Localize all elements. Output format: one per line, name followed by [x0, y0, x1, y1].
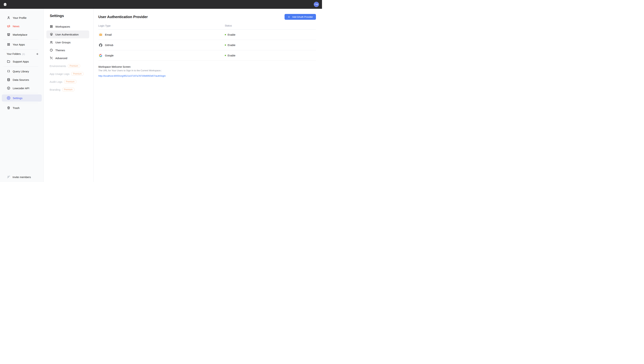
your-folders-header: Your Folders (1) — [2, 51, 42, 57]
github-icon — [99, 44, 102, 47]
workspace-welcome-section: Workspace Welcome Screen The URL for You… — [98, 65, 316, 78]
avatar-initials: FW — [315, 3, 318, 6]
add-oauth-provider-button[interactable]: Add OAuth Provider — [284, 14, 316, 20]
sidebar-divider — [4, 49, 38, 50]
shield-user-icon — [50, 32, 53, 36]
email-icon — [99, 34, 102, 36]
user-icon — [7, 16, 10, 20]
sidebar-item-trash[interactable]: Trash — [2, 104, 42, 112]
provider-name: Email — [105, 33, 112, 36]
auth-provider-row-github[interactable]: GitHub Enable — [98, 40, 316, 50]
provider-name: Google — [105, 54, 114, 57]
auth-provider-row-email[interactable]: Email Enable — [98, 30, 316, 40]
provider-status: Enable — [225, 44, 236, 46]
gear-icon — [7, 96, 10, 100]
braces-icon — [7, 70, 10, 73]
api-cube-icon — [7, 86, 10, 90]
sidebar-item-news[interactable]: News — [2, 22, 42, 30]
sidebar-item-label: Settings — [13, 96, 22, 100]
status-label: Enable — [228, 33, 236, 36]
settings-item-label: Environments — [50, 64, 66, 68]
status-label: Enable — [228, 54, 236, 57]
sidebar-item-support-apps[interactable]: Support Apps — [2, 58, 42, 65]
settings-item-environments[interactable]: Environments Premium — [46, 62, 89, 70]
invite-user-icon — [7, 175, 10, 179]
plus-icon — [36, 52, 39, 56]
sidebar-item-marketplace[interactable]: Marketplace — [2, 31, 42, 38]
user-groups-icon — [50, 40, 53, 44]
settings-menu: Settings Workspaces User Authentication — [44, 9, 94, 182]
sidebar-item-label: Marketplace — [13, 33, 28, 36]
add-folder-button[interactable] — [36, 52, 39, 56]
settings-item-workspaces[interactable]: Workspaces — [46, 22, 89, 30]
home-icon — [3, 2, 7, 6]
megaphone-icon — [7, 24, 10, 28]
invite-members-label: Invite members — [12, 176, 31, 178]
welcome-section-title: Workspace Welcome Screen — [98, 65, 316, 68]
settings-menu-title: Settings — [50, 14, 89, 18]
user-avatar[interactable]: FW — [314, 2, 319, 7]
your-folders-count: (1) — [22, 53, 34, 55]
sidebar-item-label: Your Apps — [13, 43, 25, 46]
settings-item-label: Themes — [55, 49, 65, 52]
sidebar-item-query-library[interactable]: Query Library — [2, 68, 42, 75]
google-icon — [99, 54, 102, 57]
settings-item-audit-logs[interactable]: Audit Logs Premium — [46, 78, 89, 86]
provider-icon-circle — [98, 43, 103, 48]
column-header-status: Status — [225, 24, 232, 27]
settings-item-app-usage-logs[interactable]: App Usage Logs Premium — [46, 70, 89, 78]
premium-badge: Premium — [64, 80, 76, 84]
sidebar-divider — [4, 66, 38, 66]
status-enabled-dot — [225, 44, 226, 46]
provider-name: GitHub — [105, 44, 113, 46]
premium-badge: Premium — [68, 64, 80, 68]
settings-item-advanced[interactable]: Advanced — [46, 54, 89, 62]
sidebar: Your Profile News Marketplace — [0, 9, 44, 182]
settings-item-label: Workspaces — [55, 25, 70, 28]
sidebar-item-data-sources[interactable]: Data Sources — [2, 76, 42, 83]
settings-item-label: Branding — [50, 88, 60, 91]
status-enabled-dot — [225, 34, 226, 35]
invite-members-button[interactable]: Invite members — [2, 175, 42, 179]
settings-item-label: App Usage Logs — [50, 72, 70, 76]
status-enabled-dot — [225, 55, 226, 56]
settings-item-user-authentication[interactable]: User Authentication — [46, 30, 89, 38]
palette-icon — [50, 48, 53, 52]
sidebar-item-label: Trash — [13, 106, 20, 110]
your-folders-label: Your Folders — [7, 52, 21, 55]
sidebar-item-label: Query Library — [13, 70, 29, 73]
provider-status: Enable — [225, 54, 236, 57]
sidebar-item-your-apps[interactable]: Your Apps — [2, 41, 42, 48]
settings-item-themes[interactable]: Themes — [46, 46, 89, 54]
column-header-login-type: Login Type — [98, 24, 110, 27]
sidebar-item-label: News — [13, 25, 20, 28]
auth-provider-row-google[interactable]: Google Enable — [98, 50, 316, 61]
add-oauth-provider-label: Add OAuth Provider — [292, 16, 313, 18]
auth-provider-table: Login Type Status Email Enable — [98, 24, 316, 61]
provider-icon-circle — [98, 53, 103, 58]
settings-item-label: Advanced — [55, 56, 67, 60]
building-icon — [50, 25, 53, 28]
sidebar-item-settings[interactable]: Settings — [2, 94, 42, 102]
sidebar-item-your-profile[interactable]: Your Profile — [2, 14, 42, 21]
sidebar-divider — [4, 93, 38, 93]
sidebar-item-lowcoder-api[interactable]: Lowcoder API — [2, 84, 42, 92]
table-header-row: Login Type Status — [98, 24, 316, 30]
provider-status: Enable — [225, 33, 236, 36]
sidebar-item-label: Support Apps — [13, 60, 29, 63]
settings-item-user-groups[interactable]: User Groups — [46, 38, 89, 46]
app-window: FW Your Profile News — [0, 0, 322, 182]
app-body: Your Profile News Marketplace — [0, 9, 322, 182]
page-title: User Authentication Provider — [98, 15, 148, 19]
settings-item-branding[interactable]: Branding Premium — [46, 86, 89, 94]
provider-icon-circle — [98, 32, 103, 37]
sidebar-item-label: Lowcoder API — [13, 87, 29, 90]
trash-icon — [7, 106, 10, 110]
sidebar-divider — [4, 103, 38, 103]
database-icon — [7, 78, 10, 82]
topbar: FW — [0, 0, 322, 9]
welcome-section-description: The URL for Your Users to Sign In to the… — [98, 69, 316, 72]
home-button[interactable] — [3, 2, 7, 6]
workspace-login-url-link[interactable]: http://localhost:8000/org/6521e37197a787… — [98, 74, 166, 77]
plus-icon — [288, 16, 290, 18]
